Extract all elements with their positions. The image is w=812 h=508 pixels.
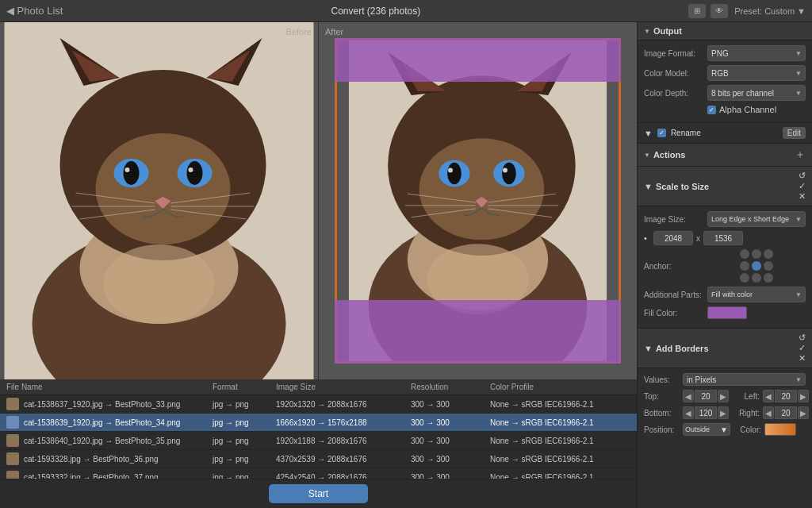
svg-point-35 — [448, 168, 453, 173]
right-value: 20 — [775, 406, 797, 419]
table-row[interactable]: cat-1538637_1920.jpg → BestPhoto_33.png … — [0, 395, 637, 414]
cell-resolution: 300 → 300 — [411, 437, 490, 445]
table-row[interactable]: cat-1593328.jpg → BestPhoto_36.png jpg →… — [0, 450, 637, 468]
color-label: Color: — [733, 425, 761, 434]
scale-section-title: Scale to Size — [656, 182, 795, 191]
borders-reset-icon[interactable]: ↺ — [799, 333, 806, 343]
width-input[interactable] — [653, 231, 693, 245]
anchor-tr[interactable] — [764, 249, 773, 259]
actions-section-header[interactable]: ▼ Actions ＋ — [638, 144, 812, 167]
position-value: Outside — [685, 425, 710, 433]
left-stepper: ◀ 20 ▶ — [763, 390, 809, 402]
borders-section: Values: in Pixels ▼ Top: ◀ 20 ▶ Left: ◀ … — [638, 368, 812, 444]
bottom-decrement[interactable]: ◀ — [683, 406, 694, 419]
position-select[interactable]: Outside ▼ — [683, 423, 730, 436]
output-section-title: Output — [653, 26, 806, 36]
additional-parts-label: Additional Parts: — [644, 291, 707, 299]
scale-action-icons: ↺ ✓ ✕ — [799, 171, 806, 202]
rename-edit-button[interactable]: Edit — [783, 127, 806, 139]
border-color-swatch[interactable] — [764, 423, 796, 436]
table-row[interactable]: cat-1593332.jpg → BestPhoto_37.png jpg →… — [0, 468, 637, 479]
color-model-control: RGB ▼ — [707, 65, 806, 81]
scale-reset-icon[interactable]: ↺ — [799, 171, 806, 181]
cell-format: jpg → png — [213, 437, 276, 445]
borders-section-header[interactable]: ▼ Add Borders ↺ ✓ ✕ — [638, 329, 812, 368]
values-row: Values: in Pixels ▼ — [644, 373, 806, 386]
top-stepper: ◀ 20 ▶ — [683, 390, 729, 402]
size-dimensions-row: • x — [644, 231, 806, 245]
cell-resolution: 300 → 300 — [411, 400, 490, 409]
values-unit-select[interactable]: in Pixels ▼ — [683, 373, 806, 386]
back-button[interactable]: ◀ Photo List — [6, 5, 63, 17]
eye-button[interactable]: 👁 — [710, 4, 728, 18]
image-format-select[interactable]: PNG ▼ — [707, 45, 806, 61]
svg-point-14 — [189, 167, 193, 172]
image-size-label: Image Size: — [644, 215, 707, 224]
anchor-ml[interactable] — [740, 261, 749, 271]
col-format: Format — [213, 383, 276, 391]
bottom-right-row: Bottom: ◀ 120 ▶ Right: ◀ 20 ▶ — [644, 406, 806, 419]
anchor-tc[interactable] — [752, 249, 761, 259]
scale-check-icon[interactable]: ✓ — [799, 181, 806, 191]
borders-close-icon[interactable]: ✕ — [799, 353, 806, 364]
left-decrement[interactable]: ◀ — [763, 390, 774, 402]
anchor-mc[interactable] — [752, 261, 761, 271]
svg-point-36 — [503, 168, 508, 173]
table-row[interactable]: cat-1538639_1920.jpg → BestPhoto_34.png … — [0, 414, 637, 432]
cell-format: jpg → png — [213, 473, 276, 479]
anchor-br[interactable] — [764, 273, 773, 283]
before-label: Before — [286, 27, 312, 37]
anchor-bl[interactable] — [740, 273, 749, 283]
after-bottom-purple-bar — [335, 300, 621, 364]
cell-profile: None → sRGB IEC61966-2.1 — [490, 473, 630, 479]
after-image — [319, 22, 637, 379]
borders-check-icon[interactable]: ✓ — [799, 343, 806, 353]
actions-add-icon[interactable]: ＋ — [795, 148, 806, 162]
color-depth-label: Color Depth: — [644, 89, 707, 98]
svg-point-11 — [124, 161, 140, 185]
cell-resolution: 300 → 300 — [411, 473, 490, 479]
image-format-control: PNG ▼ — [707, 45, 806, 61]
color-model-select[interactable]: RGB ▼ — [707, 65, 806, 81]
output-section-header[interactable]: ▼ Output — [638, 22, 812, 40]
left-increment[interactable]: ▶ — [798, 390, 809, 402]
fill-color-label: Fill Color: — [644, 309, 707, 318]
values-unit: in Pixels — [687, 375, 716, 384]
rename-section: ▼ ✓ Rename Edit — [638, 123, 812, 144]
top-decrement[interactable]: ◀ — [683, 390, 694, 402]
height-input[interactable] — [703, 231, 743, 245]
after-label: After — [325, 27, 343, 37]
grid-view-button[interactable]: ⊞ — [688, 4, 706, 18]
table-row[interactable]: cat-1538640_1920.jpg → BestPhoto_35.png … — [0, 432, 637, 450]
image-size-chevron: ▼ — [795, 216, 802, 223]
color-depth-control: 8 bits per channel ▼ — [707, 85, 806, 101]
top-bar: ◀ Photo List Convert (236 photos) ⊞ 👁 Pr… — [0, 0, 812, 22]
right-increment[interactable]: ▶ — [798, 406, 809, 419]
scale-close-icon[interactable]: ✕ — [799, 191, 806, 202]
top-increment[interactable]: ▶ — [718, 390, 729, 402]
anchor-bc[interactable] — [752, 273, 761, 283]
col-filename: File Name — [6, 383, 213, 391]
additional-parts-select[interactable]: Fill with color ▼ — [707, 287, 806, 302]
preset-selector[interactable]: Preset: Custom ▼ — [734, 6, 806, 16]
cell-size: 1920x1188 → 2088x1676 — [276, 437, 411, 445]
svg-point-34 — [502, 163, 516, 185]
main-layout: Before — [0, 22, 812, 508]
anchor-mr[interactable] — [764, 261, 773, 271]
cell-filename: cat-1538639_1920.jpg → BestPhoto_34.png — [6, 416, 213, 429]
start-button[interactable]: Start — [269, 484, 368, 503]
bottom-value: 120 — [695, 406, 717, 419]
rename-checkbox[interactable]: ✓ — [657, 129, 666, 137]
bottom-increment[interactable]: ▶ — [718, 406, 729, 419]
file-rows-container: cat-1538637_1920.jpg → BestPhoto_33.png … — [0, 395, 637, 479]
scale-section-header[interactable]: ▼ Scale to Size ↺ ✓ ✕ — [638, 167, 812, 206]
right-label: Right: — [732, 409, 760, 418]
anchor-tl[interactable] — [740, 249, 749, 259]
additional-parts-row: Additional Parts: Fill with color ▼ — [644, 287, 806, 302]
fill-color-swatch[interactable] — [707, 306, 747, 319]
image-size-select[interactable]: Long Edge x Short Edge ▼ — [707, 211, 806, 227]
right-decrement[interactable]: ◀ — [763, 406, 774, 419]
alpha-channel-checkbox[interactable]: ✓ — [707, 106, 716, 114]
color-depth-select[interactable]: 8 bits per channel ▼ — [707, 85, 806, 101]
borders-action-icons: ↺ ✓ ✕ — [799, 333, 806, 364]
